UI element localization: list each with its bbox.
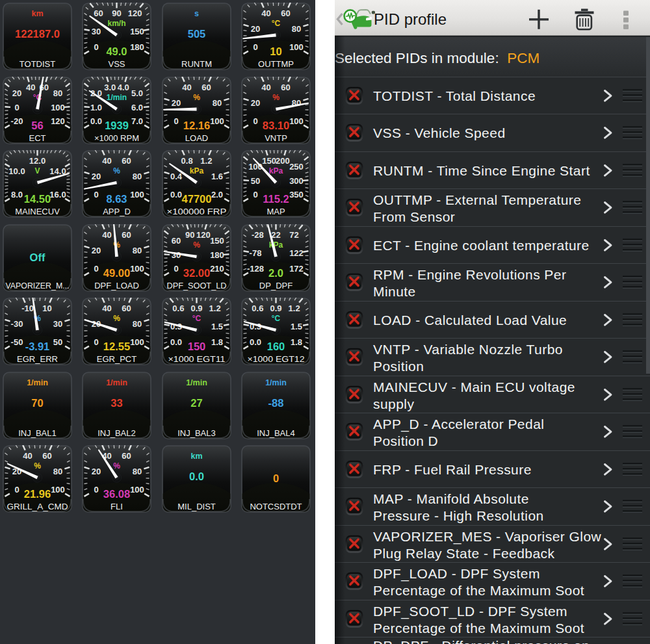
svg-text:INJ_BAL4: INJ_BAL4 <box>257 428 295 438</box>
svg-text:1/min: 1/min <box>27 378 48 387</box>
svg-text:210: 210 <box>210 263 224 273</box>
svg-text:V: V <box>34 166 40 175</box>
svg-text:MAINECUV - Main ECU voltage: MAINECUV - Main ECU voltage <box>373 379 575 394</box>
svg-text:×100000 FRP: ×100000 FRP <box>166 207 226 216</box>
svg-text:60: 60 <box>122 451 131 461</box>
svg-text:VSS: VSS <box>108 59 125 69</box>
svg-text:1.5: 1.5 <box>211 322 222 331</box>
svg-text:×1000 EGT11: ×1000 EGT11 <box>168 354 225 364</box>
svg-text:VNTP: VNTP <box>265 133 287 143</box>
svg-text:300: 300 <box>289 176 304 186</box>
svg-text:250: 250 <box>289 162 304 172</box>
svg-text:20: 20 <box>92 467 101 476</box>
svg-text:60: 60 <box>122 303 131 313</box>
svg-text:DP_DPF: DP_DPF <box>259 281 292 290</box>
svg-text:100: 100 <box>130 190 144 200</box>
svg-text:60: 60 <box>42 451 51 461</box>
svg-text:60: 60 <box>202 83 211 92</box>
svg-text:0.6: 0.6 <box>252 303 263 313</box>
svg-text:0: 0 <box>14 103 19 112</box>
svg-text:22: 22 <box>271 230 280 240</box>
svg-text:16.0: 16.0 <box>49 190 66 200</box>
svg-text:1.8: 1.8 <box>291 337 302 347</box>
svg-text:1.6: 1.6 <box>211 172 222 181</box>
svg-text:km/h: km/h <box>107 19 125 28</box>
svg-text:1.2: 1.2 <box>209 303 220 313</box>
svg-text:RPM - Engine Revolutions Per: RPM - Engine Revolutions Per <box>373 267 566 282</box>
svg-text:supply: supply <box>373 396 414 411</box>
svg-text:21.96: 21.96 <box>23 488 50 500</box>
svg-text:12.16: 12.16 <box>183 119 209 131</box>
svg-text:40: 40 <box>102 156 111 166</box>
svg-text:60: 60 <box>122 230 131 240</box>
svg-text:20: 20 <box>12 88 21 97</box>
svg-text:Off: Off <box>29 251 45 263</box>
svg-text:0: 0 <box>94 190 98 200</box>
svg-text:1.8: 1.8 <box>211 337 222 347</box>
svg-text:180: 180 <box>130 42 144 52</box>
svg-text:0.9: 0.9 <box>270 303 281 313</box>
svg-text:APP_D - Accelerator Pedal: APP_D - Accelerator Pedal <box>373 417 544 432</box>
svg-text:80: 80 <box>53 88 62 97</box>
svg-text:FLI: FLI <box>110 502 123 511</box>
svg-text:0.8: 0.8 <box>181 156 192 166</box>
svg-text:90: 90 <box>185 230 194 240</box>
svg-text:DPF_LOAD: DPF_LOAD <box>94 281 139 290</box>
svg-text:-88: -88 <box>268 396 284 408</box>
svg-text:-30: -30 <box>10 319 23 329</box>
svg-text:1/min: 1/min <box>265 378 287 387</box>
svg-text:3.0: 3.0 <box>104 83 116 92</box>
svg-text:From Sensor: From Sensor <box>373 209 455 224</box>
svg-text:LOAD - Calculated Load Value: LOAD - Calculated Load Value <box>373 313 567 328</box>
svg-text:20: 20 <box>251 97 260 107</box>
svg-text:Minute: Minute <box>373 284 416 299</box>
svg-text:VSS - Vehicle Speed: VSS - Vehicle Speed <box>373 125 506 140</box>
svg-text:2.0: 2.0 <box>268 266 283 278</box>
svg-text:-10: -10 <box>21 303 34 313</box>
svg-text:INJ_BAL3: INJ_BAL3 <box>177 428 216 438</box>
svg-text:7.0: 7.0 <box>131 116 143 125</box>
svg-text:-3.91: -3.91 <box>25 341 49 352</box>
svg-text:80: 80 <box>133 245 142 255</box>
svg-text:100: 100 <box>210 116 224 125</box>
svg-text:0: 0 <box>94 263 98 273</box>
svg-text:350: 350 <box>289 190 304 200</box>
svg-text:kPa: kPa <box>189 166 203 175</box>
svg-text:1/min: 1/min <box>186 378 207 387</box>
svg-text:0: 0 <box>253 190 257 200</box>
svg-text:0: 0 <box>273 472 279 484</box>
svg-text:VNTP - Variable Nozzle Turbo: VNTP - Variable Nozzle Turbo <box>373 342 563 357</box>
svg-text:2.0: 2.0 <box>211 190 222 200</box>
svg-text:%: % <box>113 166 120 175</box>
svg-text:115.2: 115.2 <box>263 193 289 205</box>
svg-text:150: 150 <box>130 27 144 36</box>
svg-text:90: 90 <box>112 8 121 18</box>
svg-text:0: 0 <box>174 263 178 273</box>
svg-text:150: 150 <box>187 341 205 352</box>
svg-text:km: km <box>31 9 43 18</box>
svg-text:100: 100 <box>289 116 304 125</box>
svg-text:DP_DPF - Differential pressure: DP_DPF - Differential pressure on <box>373 638 590 644</box>
svg-text:1.5: 1.5 <box>291 322 302 331</box>
svg-text:kPa: kPa <box>269 166 283 175</box>
svg-text:122: 122 <box>289 248 304 258</box>
svg-text:100: 100 <box>51 103 65 112</box>
svg-text:1.2: 1.2 <box>200 156 212 166</box>
svg-text:30: 30 <box>53 319 62 329</box>
svg-text:Percentage of the Maximum Soot: Percentage of the Maximum Soot <box>373 620 584 635</box>
svg-text:505: 505 <box>187 28 205 40</box>
svg-text:FRP - Fuel Rail Pressure: FRP - Fuel Rail Pressure <box>373 462 532 477</box>
svg-text:RUNTM - Time Since Engine Star: RUNTM - Time Since Engine Start <box>373 163 590 178</box>
svg-text:°C: °C <box>192 314 201 323</box>
svg-text:Pressure - High Resolution: Pressure - High Resolution <box>373 508 544 523</box>
svg-text:km: km <box>190 452 202 461</box>
svg-text:20: 20 <box>92 245 101 255</box>
svg-text:50: 50 <box>251 176 260 186</box>
svg-text:180: 180 <box>210 250 224 260</box>
svg-text:4.0: 4.0 <box>118 83 129 92</box>
svg-text:8.0: 8.0 <box>10 190 22 200</box>
svg-text:0: 0 <box>94 42 98 52</box>
svg-text:20: 20 <box>251 24 260 34</box>
svg-text:10: 10 <box>270 45 281 57</box>
svg-text:0: 0 <box>253 116 257 125</box>
